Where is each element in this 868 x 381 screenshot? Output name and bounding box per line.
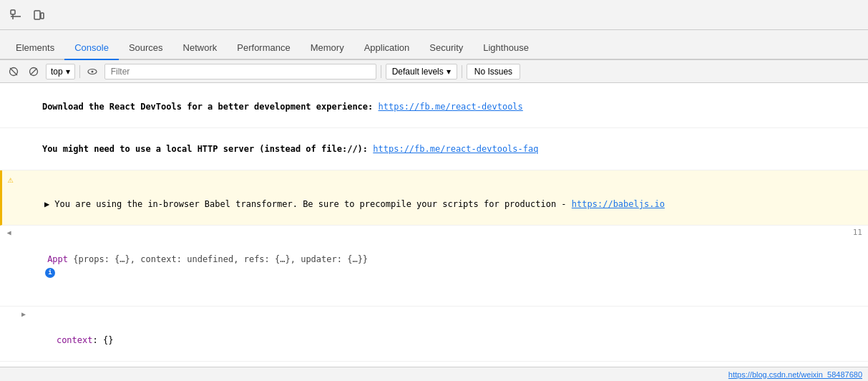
- console-line-http-server: You might need to use a local HTTP serve…: [0, 128, 868, 170]
- expand-context-icon[interactable]: ▶: [21, 309, 26, 319]
- toolbar-divider3: [462, 65, 462, 78]
- svg-rect-4: [41, 13, 44, 19]
- console-line-react-devtools: Download the React DevTools for a better…: [0, 86, 868, 128]
- console-line-babel-warning: ⚠ ▶ You are using the in-browser Babel t…: [0, 170, 868, 226]
- tab-application[interactable]: Application: [354, 37, 420, 60]
- babel-warning-text: ▶ You are using the in-browser Babel tra…: [44, 199, 572, 209]
- tab-security[interactable]: Security: [419, 37, 473, 60]
- device-toolbar-icon[interactable]: [29, 5, 49, 25]
- status-bar: https://blog.csdn.net/weixin_58487680: [0, 367, 868, 381]
- appt-line-number: 11: [853, 227, 862, 239]
- tab-network[interactable]: Network: [173, 37, 228, 60]
- tab-elements[interactable]: Elements: [6, 37, 64, 60]
- levels-label: Default levels: [392, 67, 444, 77]
- http-server-prefix: You might need to use a local HTTP serve…: [42, 144, 373, 154]
- react-devtools-prefix: Download the React DevTools for a better…: [42, 102, 379, 112]
- console-line-props: ▶ props: {}: [0, 362, 868, 367]
- tab-performance[interactable]: Performance: [227, 37, 300, 60]
- svg-rect-0: [11, 10, 15, 14]
- status-url[interactable]: https://blog.csdn.net/weixin_58487680: [728, 370, 862, 379]
- context-key: context: [57, 335, 93, 345]
- console-output: Download the React DevTools for a better…: [0, 83, 868, 367]
- context-value: : {}: [92, 335, 113, 345]
- expand-props-icon[interactable]: ▶: [21, 364, 26, 367]
- tab-sources[interactable]: Sources: [119, 37, 173, 60]
- appt-text: Appt {props: {…}, context: undefined, re…: [42, 254, 368, 264]
- eye-icon[interactable]: [84, 64, 100, 79]
- warning-icon: ⚠: [8, 173, 14, 187]
- context-selector[interactable]: top ▾: [46, 64, 75, 79]
- react-devtools-link[interactable]: https://fb.me/react-devtools: [379, 102, 523, 112]
- toolbar-divider: [79, 65, 80, 78]
- svg-point-10: [91, 70, 93, 72]
- tab-lighthouse[interactable]: Lighthouse: [473, 37, 539, 60]
- devtools-toolbar: [0, 0, 868, 30]
- context-label: top: [51, 67, 63, 77]
- console-line-appt: ▼ Appt {props: {…}, context: undefined, …: [0, 226, 868, 307]
- chevron-down-icon: ▾: [66, 67, 70, 77]
- console-line-context: ▶ context: {}: [0, 307, 868, 362]
- tab-console[interactable]: Console: [64, 37, 119, 60]
- http-server-link[interactable]: https://fb.me/react-devtools-faq: [373, 144, 538, 154]
- levels-dropdown[interactable]: Default levels ▾: [386, 64, 457, 79]
- expand-appt-icon[interactable]: ▼: [4, 231, 15, 235]
- clear-console-icon[interactable]: [6, 64, 21, 79]
- svg-line-8: [31, 68, 37, 74]
- levels-arrow-icon: ▾: [447, 67, 451, 77]
- babel-warning-link[interactable]: https://babeljs.io: [572, 199, 665, 209]
- inspect-icon[interactable]: [6, 5, 26, 25]
- toolbar-divider2: [381, 65, 381, 78]
- tabs-bar: Elements Console Sources Network Perform…: [0, 30, 868, 60]
- filter-input[interactable]: [104, 64, 376, 79]
- console-toolbar: top ▾ Default levels ▾ No Issues: [0, 60, 868, 83]
- block-icon[interactable]: [26, 64, 42, 79]
- svg-rect-3: [34, 11, 40, 19]
- issues-label: No Issues: [474, 67, 512, 77]
- appt-info-icon[interactable]: i: [45, 268, 55, 278]
- issues-button[interactable]: No Issues: [467, 64, 520, 79]
- tab-memory[interactable]: Memory: [301, 37, 354, 60]
